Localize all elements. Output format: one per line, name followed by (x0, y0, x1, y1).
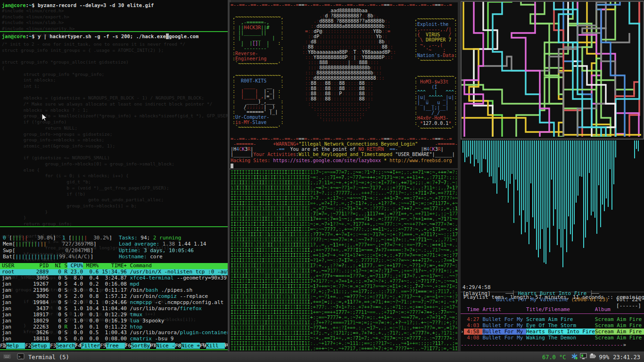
warning-line: Hacking Sites: https://sites.google.com/… (231, 158, 452, 163)
skull-ascii-art: .aad8888888baa. .:d:?888888888?::8b:. .:… (299, 8, 396, 122)
player-separator (461, 292, 644, 292)
audio-visualizer (461, 140, 644, 276)
clock[interactable]: 23:41.23 (613, 354, 640, 361)
ascii-box: ,~~~~~~~~~~~~~~~~,: ,-======-, :: ||H4CK… (232, 15, 283, 66)
task-button-label[interactable]: Terminal (5) (28, 354, 69, 361)
warning-line: -======- +WARNING+"Illegal_Network_Conne… (231, 141, 458, 147)
playlist-header-separator (461, 313, 644, 314)
launcher-icon[interactable] (3, 353, 11, 361)
warning-line: |H4CK3R| -== You are at the point of NO … (231, 147, 444, 152)
playlist-row[interactable]: 4:08 Bullet For My Waking The Demon Scre… (461, 335, 644, 341)
hacker-art-window[interactable]: =--==--==--==--==--==--====--==--==--==-… (230, 2, 458, 168)
htop-meters: 0 [||||| 30.8%] 1 [||||| 30.2%]Mem[|||||… (3, 235, 112, 260)
tmux-pane-divider (0, 31, 228, 32)
terminal-window-left[interactable]: #include <linux/cred.h> #include <linux/… (0, 0, 228, 351)
playlist: 4:27 Bullet For My Scream Aim Fire Screa… (461, 316, 644, 341)
playlist-dashed-line: ----------------------------------------… (461, 342, 644, 348)
tmux-pane-divider (0, 226, 228, 227)
terminal-task-icon[interactable]: >_ (17, 353, 25, 361)
pipes-art (462, 2, 641, 137)
svg-text:>_: >_ (18, 355, 23, 359)
network-tray-icon[interactable] (571, 353, 578, 361)
matrix-glyphs: IIIIIIIIIIIIIIIIIIIIIIIIIIII117~;=~==77=… (230, 170, 458, 351)
ascii-box: ,~~~~~~~~~~~~~,: HoM3-$w33t :: (I ::^^^ … (414, 74, 457, 131)
playlist-row[interactable]: 4:27 Bullet For My Scream Aim Fire Screa… (461, 316, 644, 322)
htop-summary: Tasks: 94; 2 runningLoad average: 1.38 1… (119, 235, 206, 260)
htop-process-table: USER PID NI S CPU% MEM% TIME+ Commandroo… (0, 263, 228, 348)
desktop: #include <linux/cred.h> #include <linux/… (0, 0, 644, 362)
htop-pane[interactable]: 0 [||||| 30.8%] 1 [||||| 30.2%]Mem[|||||… (0, 233, 228, 351)
shell-prompt-active[interactable]: jan@core:~$ y | hackertyper.sh -g -f -s … (2, 33, 198, 40)
battery-percent: 99% (599, 354, 610, 361)
ascii-box: ,~~~~~~~~~~~~~,:Exploit-the ::,-------,.… (414, 16, 457, 63)
warning-line: |______|Your Activities:Will_be_Keylogge… (231, 152, 455, 157)
dash-border-top: =--==--==--==--==--==--====--==--==--==-… (231, 2, 452, 8)
music-player-window[interactable]: 4:29/4:58 ──┤ Hearts Burst Into Fire ├──… (461, 140, 644, 351)
playlist-row[interactable]: 4:03 Bullet For My Eye Of The Storm Scre… (461, 322, 644, 329)
shell-prompt-1: jan@core:~$ byzanz-record --delay=3 -d 3… (2, 2, 154, 8)
mouse-cursor (41, 113, 48, 122)
playlist-header: Time Artist Title/Filename Album (461, 306, 644, 313)
playlist-stats: Playlist tems, length: 57 minutes, 11 se… (463, 294, 644, 300)
playlist-row[interactable]: › 4:58 Bullet For My Hearts Burst Into F… (461, 329, 644, 335)
matrix-window[interactable]: IIIIIIIIIIIIIIIIIIIIIIIIIIII117~;=~==77=… (230, 170, 458, 351)
display-tray-icon[interactable] (580, 353, 587, 361)
cpu-temp: 67.0 °C (542, 354, 566, 361)
ascii-box: ,~~~~~~~~~~~~~~~~,: R00T-KITS :: ____ __… (232, 73, 283, 130)
taskbar: >_ Terminal (5) 67.0 °C 99% 23:41.23 (0, 351, 644, 362)
dash-border-bottom: =--==--==--==--==--==--====--==--==--==-… (231, 136, 452, 141)
warning-line (231, 164, 233, 168)
pipes-window[interactable] (461, 1, 644, 140)
htop-function-keys[interactable]: F1Help F2Setup F3SearchF4FilterF5Tree F6… (0, 343, 228, 349)
battery-tray-icon[interactable] (589, 353, 596, 361)
